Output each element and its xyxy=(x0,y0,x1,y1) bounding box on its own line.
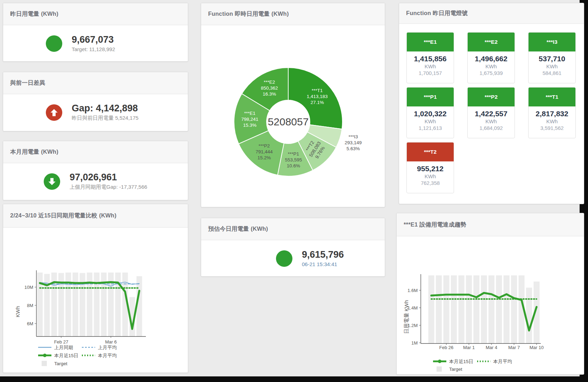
panel-header[interactable]: ***E1 設備用電達成趨勢 xyxy=(397,213,584,236)
tile-unit: KWh xyxy=(468,63,515,69)
svg-text:Feb 26: Feb 26 xyxy=(439,345,453,350)
device-tile-t2[interactable]: ***T2 955,212 KWh 762,358 xyxy=(406,142,454,193)
tile-value: 1,020,322 xyxy=(407,110,454,118)
svg-text:15.2%: 15.2% xyxy=(257,155,271,160)
legend-item-上月同期[interactable]: 上月同期 xyxy=(38,345,73,350)
dashboard-surface: 昨日用電量 (KWh) 9,667,073 Target: 11,128,992… xyxy=(0,0,580,376)
svg-text:***E1: ***E1 xyxy=(244,111,255,116)
svg-text:Mar 10: Mar 10 xyxy=(530,345,544,350)
legend-item-Target[interactable]: Target xyxy=(42,361,68,366)
device-tile-e1[interactable]: ***E1 1,415,856 KWh 1,700,157 xyxy=(406,32,454,83)
panel-header[interactable]: 2/24~3/10 近15日同期用電量比較 (KWh) xyxy=(3,204,188,228)
tile-previous-value: 1,684,092 xyxy=(468,125,515,131)
stat-value: 9,615,796 xyxy=(302,250,381,260)
svg-text:1,413,183: 1,413,183 xyxy=(307,94,328,99)
device-tile-p1[interactable]: ***P1 1,020,322 KWh 1,121,613 xyxy=(406,87,454,138)
arrow-down-circle-icon xyxy=(44,173,60,190)
stat-subtitle: Target: 11,128,992 xyxy=(72,46,145,52)
svg-text:1.6M: 1.6M xyxy=(408,288,418,293)
svg-text:***P2: ***P2 xyxy=(258,143,270,148)
tile-value: 1,422,557 xyxy=(468,110,515,118)
svg-text:Mar 4: Mar 4 xyxy=(486,345,497,350)
panel-header[interactable]: 與前一日差異 xyxy=(3,72,188,94)
device-tile-t1[interactable]: ***T1 2,817,832 KWh 3,591,562 xyxy=(528,87,576,138)
panel-title: 昨日用電量 (KWh) xyxy=(10,10,58,18)
panel-realtime-donut: Function 即時日用電量 (KWh) ***T11,413,18327.1… xyxy=(201,3,385,207)
device-tile-p2[interactable]: ***P2 1,422,557 KWh 1,684,092 xyxy=(467,87,515,138)
panel-header[interactable]: 預估今日用電量 (KWh) xyxy=(201,218,385,240)
tile-device-label: ***I3 xyxy=(529,33,575,51)
dashboard: 昨日用電量 (KWh) 9,667,073 Target: 11,128,992… xyxy=(0,0,588,382)
panel-title: 預估今日用電量 (KWh) xyxy=(208,225,268,233)
compare-line-chart[interactable]: 6M8M10MFeb 27Mar 6KWh上月同期上月平均本月近15日本月平均T… xyxy=(3,228,188,373)
device-tile-e2[interactable]: ***E2 1,496,662 KWh 1,675,939 xyxy=(467,32,515,83)
svg-text:5208057: 5208057 xyxy=(268,116,309,127)
panel-title: 與前一日差異 xyxy=(10,79,45,87)
svg-text:Mar 7: Mar 7 xyxy=(508,345,520,350)
svg-text:本月近15日: 本月近15日 xyxy=(449,359,473,364)
svg-text:850,362: 850,362 xyxy=(261,85,278,91)
svg-text:KWh: KWh xyxy=(15,306,21,318)
tile-value: 1,496,662 xyxy=(468,55,515,63)
svg-text:本月平均: 本月平均 xyxy=(98,353,117,358)
svg-text:293,149: 293,149 xyxy=(345,140,362,145)
tile-previous-value: 1,675,939 xyxy=(468,70,515,76)
stat-value: Gap: 4,142,898 xyxy=(72,103,145,114)
tile-previous-value: 584,861 xyxy=(529,70,575,76)
svg-text:日用電量 KWh: 日用電量 KWh xyxy=(403,300,409,334)
svg-text:6M: 6M xyxy=(27,321,33,326)
panel-title: Function 即時日用電量 (KWh) xyxy=(208,10,289,18)
tile-unit: KWh xyxy=(529,118,575,124)
tile-previous-value: 762,358 xyxy=(407,180,454,186)
svg-text:1M: 1M xyxy=(411,340,418,346)
svg-text:Feb 27: Feb 27 xyxy=(54,339,68,345)
svg-text:Mar 6: Mar 6 xyxy=(105,339,116,345)
stat-body: 9,667,073 Target: 11,128,992 xyxy=(3,25,188,62)
legend-item-Target[interactable]: Target xyxy=(437,367,462,372)
svg-text:10.6%: 10.6% xyxy=(287,163,300,168)
stat-body: Gap: 4,142,898 昨日與前日用電量 5,524,175 xyxy=(3,94,188,131)
status-green-circle-icon xyxy=(46,35,62,52)
legend-item-本月近15日[interactable]: 本月近15日 xyxy=(38,353,78,358)
device-tile-i3[interactable]: ***I3 537,710 KWh 584,861 xyxy=(528,32,576,83)
panel-yesterday-usage: 昨日用電量 (KWh) 9,667,073 Target: 11,128,992 xyxy=(3,3,188,62)
legend-item-本月平均[interactable]: 本月平均 xyxy=(82,353,117,358)
panel-title: 本月用電量 (KWh) xyxy=(10,148,58,156)
stat-timestamp: 06-21 15:34:41 xyxy=(302,261,381,267)
panel-header[interactable]: Function 即時日用電量 (KWh) xyxy=(201,3,385,25)
panel-header[interactable]: 本月用電量 (KWh) xyxy=(3,141,188,163)
tile-unit: KWh xyxy=(407,118,454,124)
panel-title: 2/24~3/10 近15日同期用電量比較 (KWh) xyxy=(10,212,116,220)
tile-previous-value: 1,700,157 xyxy=(407,70,454,76)
tile-device-label: ***P2 xyxy=(468,88,515,106)
tile-value: 2,817,832 xyxy=(529,110,575,118)
panel-compare-chart: 2/24~3/10 近15日同期用電量比較 (KWh) 6M8M10MFeb 2… xyxy=(3,204,188,373)
tile-unit: KWh xyxy=(468,118,515,124)
svg-text:16.3%: 16.3% xyxy=(263,91,276,97)
legend-item-上月平均[interactable]: 上月平均 xyxy=(82,345,117,350)
realtime-usage-donut-chart[interactable]: ***T11,413,18327.1%***I3293,1495.63%***T… xyxy=(201,25,385,207)
svg-text:***E2: ***E2 xyxy=(264,79,275,85)
panel-month-usage: 本月用電量 (KWh) 97,026,961 上個月同期用電Gap: -17,3… xyxy=(3,141,188,200)
panel-e1-trend-chart: ***E1 設備用電達成趨勢 1M1.2M1.4M1.6MFeb 26Mar 1… xyxy=(396,213,584,375)
svg-text:553,595: 553,595 xyxy=(285,157,302,162)
panel-header[interactable]: 昨日用電量 (KWh) xyxy=(3,3,188,25)
panel-title: ***E1 設備用電達成趨勢 xyxy=(404,221,466,229)
panel-header[interactable]: Function 昨日用電燈號 xyxy=(399,3,584,24)
e1-trend-line-chart[interactable]: 1M1.2M1.4M1.6MFeb 26Mar 1Mar 4Mar 7Mar 1… xyxy=(397,236,584,375)
status-green-circle-icon xyxy=(276,250,292,267)
legend-item-本月近15日[interactable]: 本月近15日 xyxy=(433,359,473,364)
svg-text:Target: Target xyxy=(54,361,68,366)
svg-text:***T1: ***T1 xyxy=(312,88,323,93)
legend-item-本月平均[interactable]: 本月平均 xyxy=(477,359,512,364)
tile-device-label: ***E1 xyxy=(407,33,454,51)
stat-body: 9,615,796 06-21 15:34:41 xyxy=(201,240,385,277)
svg-text:5.63%: 5.63% xyxy=(347,146,360,151)
stat-value: 97,026,961 xyxy=(70,172,147,183)
svg-text:Mar 1: Mar 1 xyxy=(463,345,475,350)
tile-value: 955,212 xyxy=(407,165,454,173)
tile-device-label: ***E2 xyxy=(468,33,515,51)
svg-text:上月同期: 上月同期 xyxy=(54,345,73,350)
stat-subtitle: 昨日與前日用電量 5,524,175 xyxy=(72,115,145,121)
svg-text:上月平均: 上月平均 xyxy=(98,345,117,350)
